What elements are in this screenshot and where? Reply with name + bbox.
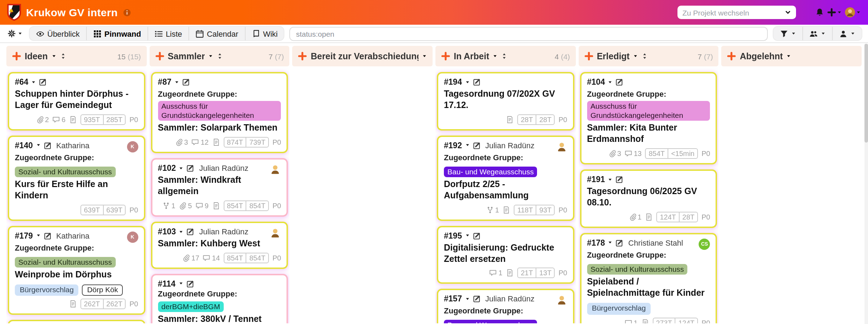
comments-count: 14 xyxy=(212,254,220,262)
card-66[interactable]: #66Mähplan4912T367TP0 xyxy=(8,320,145,323)
card-menu-caret-icon[interactable] xyxy=(179,229,184,234)
edit-card-icon[interactable] xyxy=(186,280,194,288)
edit-card-icon[interactable] xyxy=(616,175,624,184)
settings-menu-button[interactable] xyxy=(6,29,24,38)
card-menu-caret-icon[interactable] xyxy=(465,296,470,301)
column-menu-caret-icon[interactable] xyxy=(633,54,638,59)
notifications-bell-icon[interactable] xyxy=(815,8,824,17)
card-menu-caret-icon[interactable] xyxy=(31,79,36,84)
card-author: Katharina xyxy=(56,141,89,150)
card-menu-caret-icon[interactable] xyxy=(36,233,41,238)
add-card-button[interactable] xyxy=(12,52,21,61)
tab-calendar[interactable]: Calendar xyxy=(188,27,245,40)
column-header-in-arbeit[interactable]: In Arbeit4(4) xyxy=(435,46,575,66)
column-header-sammler[interactable]: Sammler7(7) xyxy=(149,46,289,66)
card-104[interactable]: #104Zugeordnete Gruppe:Ausschuss für Gru… xyxy=(580,72,717,164)
user-menu-button[interactable] xyxy=(845,7,861,18)
attachments-count: 17 xyxy=(192,254,199,262)
edit-card-icon[interactable] xyxy=(43,231,52,240)
card-menu-caret-icon[interactable] xyxy=(465,79,470,84)
edit-card-icon[interactable] xyxy=(472,78,481,86)
column-sort-icon[interactable] xyxy=(501,53,508,59)
edit-card-icon[interactable] xyxy=(616,78,624,86)
card-179[interactable]: #179KatharinaKZugeordnete Gruppe:Sozial-… xyxy=(8,226,145,315)
column-header-erledigt[interactable]: Erledigt7(7) xyxy=(578,46,718,66)
card-192[interactable]: #192Julian RadünzZugeordnete Gruppe:Bau-… xyxy=(437,136,574,221)
column-menu-caret-icon[interactable] xyxy=(422,54,427,59)
edit-card-icon[interactable] xyxy=(187,227,195,236)
card-menu-caret-icon[interactable] xyxy=(179,166,184,171)
card-140[interactable]: #140KatharinaKZugeordnete Gruppe:Sozial-… xyxy=(8,136,145,221)
column-menu-caret-icon[interactable] xyxy=(209,54,213,59)
quick-add-button[interactable] xyxy=(827,8,842,17)
assignee-button[interactable] xyxy=(832,27,862,40)
add-card-button[interactable] xyxy=(441,52,450,61)
card-103[interactable]: #103Julian RadünzSammler: Kuhberg West17… xyxy=(151,222,288,269)
card-194[interactable]: #194Tagesordnung 07/202X GV 17.12.28T28T… xyxy=(437,72,574,131)
card-menu-caret-icon[interactable] xyxy=(36,143,41,148)
card-195[interactable]: #195Digitalisierung: Gedruckte Zettel er… xyxy=(437,226,574,284)
tab-liste[interactable]: Liste xyxy=(147,27,189,40)
card-menu-caret-icon[interactable] xyxy=(608,240,613,245)
edit-card-icon[interactable] xyxy=(39,78,47,86)
groups-button[interactable] xyxy=(802,27,832,40)
days-start: 28T xyxy=(518,115,536,124)
edit-card-icon[interactable] xyxy=(472,295,481,303)
column-sort-icon[interactable] xyxy=(60,53,66,59)
project-switcher-select[interactable]: Zu Projekt wechseln xyxy=(677,6,796,19)
card-157[interactable]: #157Julian RadünzZugeordnete Gruppe:Bau-… xyxy=(437,289,574,323)
add-card-button[interactable] xyxy=(584,52,593,61)
column-header-ideen[interactable]: Ideen15(15) xyxy=(6,46,146,66)
tab-wiki[interactable]: Wiki xyxy=(245,27,284,40)
card-178[interactable]: #178Christiane StahlCSZugeordnete Gruppe… xyxy=(580,233,717,323)
column-menu-caret-icon[interactable] xyxy=(51,54,56,59)
card-102[interactable]: #102Julian RadünzSammler: Windkraft allg… xyxy=(151,158,288,217)
card-87[interactable]: #87Zugeordnete Gruppe:Ausschuss für Grun… xyxy=(151,72,288,154)
card-114[interactable]: #114Zugeordnete Gruppe:derBGM+dieBGMSamm… xyxy=(151,274,288,323)
filter-search-input[interactable] xyxy=(296,29,761,38)
description-icon xyxy=(641,319,649,323)
edit-card-icon[interactable] xyxy=(182,78,191,86)
card-menu-caret-icon[interactable] xyxy=(174,79,179,84)
edit-card-icon[interactable] xyxy=(187,164,195,173)
card-menu-caret-icon[interactable] xyxy=(608,79,613,84)
card-menu-caret-icon[interactable] xyxy=(178,281,183,286)
column-menu-caret-icon[interactable] xyxy=(493,54,498,59)
add-card-button[interactable] xyxy=(298,52,307,61)
group-tag: derBGM+dieBGM xyxy=(158,301,223,312)
column-in-arbeit: In Arbeit4(4)#194Tagesordnung 07/202X GV… xyxy=(435,46,575,323)
column-header-abgelehnt[interactable]: Abgelehnt xyxy=(722,46,862,66)
attachments: 17 xyxy=(182,254,199,262)
filter-button[interactable] xyxy=(773,27,802,40)
card-menu-caret-icon[interactable] xyxy=(465,233,470,238)
add-card-button[interactable] xyxy=(727,52,736,61)
card-191[interactable]: #191Tagesordnung 06/2025 GV 08.10.1124T2… xyxy=(580,169,717,228)
description-icon xyxy=(506,269,514,277)
filter-search[interactable] xyxy=(290,26,768,41)
info-icon[interactable] xyxy=(123,8,131,17)
edit-card-icon[interactable] xyxy=(43,141,52,150)
edit-card-icon[interactable] xyxy=(472,141,481,150)
column-count-value: 7 xyxy=(269,52,273,60)
scrollbar-thumb[interactable] xyxy=(864,44,868,143)
relations-icon xyxy=(486,206,494,214)
days-start: 273T xyxy=(653,318,675,323)
add-card-button[interactable] xyxy=(155,52,164,61)
column-header-bereit-zur-verabschiedung[interactable]: Bereit zur Verabschiedung xyxy=(293,46,433,66)
description-icon xyxy=(645,213,653,221)
days-remaining: <15min xyxy=(668,149,697,158)
card-menu-caret-icon[interactable] xyxy=(465,143,470,148)
card-64[interactable]: #64Schuppen hinter Dörphus - Lager für G… xyxy=(8,72,145,131)
edit-card-icon[interactable] xyxy=(616,239,624,247)
vertical-scrollbar[interactable] xyxy=(864,44,868,324)
card-title: Schuppen hinter Dörphus - Lager für Geme… xyxy=(15,89,138,112)
tab-pinnwand[interactable]: Pinnwand xyxy=(86,27,147,40)
column-sort-icon[interactable] xyxy=(641,53,648,59)
card-menu-caret-icon[interactable] xyxy=(608,177,613,182)
column-menu-caret-icon[interactable] xyxy=(786,54,791,59)
tab-berblick[interactable]: Überblick xyxy=(30,27,86,40)
column-sort-icon[interactable] xyxy=(217,53,223,59)
edit-card-icon[interactable] xyxy=(472,231,481,240)
relations-icon xyxy=(162,202,170,210)
card-id-row: #192Julian Radünz xyxy=(444,140,567,150)
